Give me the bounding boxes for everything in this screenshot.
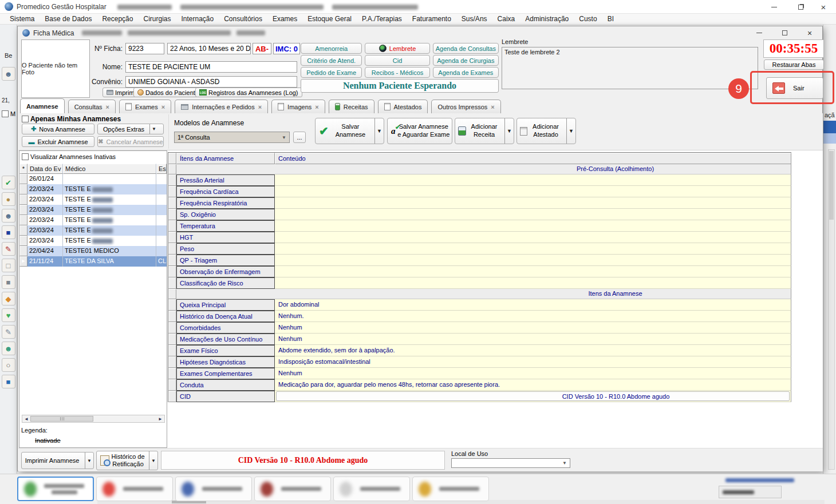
scroll-left-icon[interactable]: ◄ — [22, 416, 30, 422]
blurred-link-text[interactable] — [725, 478, 794, 482]
chevron-down-icon[interactable]: ▼ — [374, 118, 384, 144]
grid-row[interactable]: Classificação de Risco — [168, 277, 791, 289]
cid-value-box[interactable]: CID Versão 10 - R10.0 Abdome agudo — [276, 391, 790, 401]
patient-tab-icon[interactable]: ☻ — [2, 67, 15, 81]
dialog-close-button[interactable]: × — [797, 27, 822, 39]
menu-item-custo[interactable]: Custo — [574, 15, 602, 23]
tab-close-icon[interactable]: × — [491, 104, 494, 110]
grid-row[interactable]: Queixa PrincipalDor abdominal — [168, 299, 791, 311]
menu-item-faturamento[interactable]: Faturamento — [407, 15, 456, 23]
salvar-anamnese-button[interactable]: ✔Salvar Anamnese▼ — [315, 118, 384, 144]
adicionar-atestado-button[interactable]: Adicionar Atestado▼ — [516, 118, 576, 144]
blood-type-badge[interactable]: AB- — [253, 43, 271, 54]
item-content-cell[interactable] — [275, 220, 791, 232]
camera-icon[interactable]: ● — [2, 192, 15, 206]
magnifier-icon[interactable]: ○ — [2, 358, 15, 372]
grid-row[interactable]: ComorbidadesNenhum — [168, 322, 791, 334]
tab-exames[interactable]: Exames× — [119, 100, 171, 113]
window-close-button[interactable]: × — [811, 0, 836, 14]
grid-row[interactable]: HGT — [168, 232, 791, 243]
menu-item-exames[interactable]: Exames — [267, 15, 302, 23]
item-content-cell[interactable]: Abdome extendido, sem dor à apalpação. — [275, 345, 791, 356]
dialog-minimize-button[interactable] — [747, 27, 772, 39]
tab-internacoes-e-pedidos[interactable]: Internações e Pedidos× — [175, 100, 268, 113]
task-btn-4[interactable] — [254, 477, 331, 501]
item-content-cell[interactable] — [275, 243, 791, 255]
grid-row[interactable]: CondutaMedicação para dor, aguardar pelo… — [168, 379, 791, 391]
pie-chart-icon[interactable]: ◆ — [2, 292, 15, 305]
only-mine-checkbox-row[interactable]: Apenas Minhas Anamneses — [22, 115, 121, 123]
stock-check-icon[interactable]: ✔ — [2, 176, 15, 189]
background-vertical-scrollbar[interactable] — [828, 149, 835, 470]
lembrete-button[interactable]: Lembrete — [365, 43, 429, 54]
scroll-right-icon[interactable]: ► — [156, 416, 164, 422]
history-column-medico[interactable]: Médico — [63, 164, 156, 174]
item-content-cell[interactable] — [275, 255, 791, 266]
person-arrows-icon[interactable]: ☻ — [2, 342, 15, 355]
modelos-select[interactable]: 1ª Consulta▼ — [174, 132, 290, 143]
modelos-more-button[interactable]: ... — [293, 132, 306, 143]
history-row[interactable]: 22/03/24TESTE E — [19, 225, 167, 236]
item-content-cell[interactable]: Nenhum — [275, 322, 791, 334]
window-minimize-button[interactable] — [762, 0, 787, 14]
chevron-down-icon[interactable]: ▼ — [566, 118, 575, 144]
amenorreia-button[interactable]: Amenorreia — [301, 43, 362, 54]
convenio-input[interactable]: UNIMED GOIANIA - ASDASD — [125, 76, 297, 88]
tab-receitas[interactable]: Receitas — [329, 100, 374, 113]
grid-row[interactable]: Temperatura — [168, 220, 791, 232]
grid-content-column-header[interactable]: Conteúdo — [275, 153, 791, 164]
grid-row[interactable]: Frequência Respiratória — [168, 197, 791, 209]
menu-item-recepcao[interactable]: Recepção — [97, 15, 138, 23]
item-content-cell[interactable] — [275, 277, 791, 289]
imc-badge[interactable]: IMC: 0 — [273, 43, 300, 54]
chevron-down-icon[interactable]: ▼ — [85, 453, 93, 469]
item-content-cell[interactable]: Dor abdominal — [275, 299, 791, 311]
pencil-icon[interactable]: ✎ — [2, 325, 15, 339]
tab-close-icon[interactable]: × — [106, 104, 109, 110]
menu-item-caixa[interactable]: Caixa — [492, 15, 520, 23]
tab-atestados[interactable]: Atestados — [378, 100, 428, 113]
recibos-medicos-button[interactable]: Recibos - Médicos — [365, 67, 429, 78]
cancelar-anamnese-button[interactable]: ✖Cancelar Anamnese — [97, 136, 164, 147]
menu-item-sistema[interactable]: Sistema — [5, 15, 40, 23]
only-mine-checkbox[interactable] — [22, 116, 29, 122]
menu-item-p-a-terapias[interactable]: P.A./Terapias — [357, 15, 407, 23]
notepad-icon[interactable]: ✎ — [2, 242, 15, 256]
grid-row[interactable]: Sp. Oxigênio — [168, 209, 791, 220]
printer-icon[interactable]: ■ — [2, 275, 15, 289]
task-btn-2[interactable] — [96, 477, 173, 501]
registros-anamneses-button[interactable]: LOGRegistros das Anamneses (Log) — [195, 88, 302, 97]
scrollbar-thumb[interactable] — [30, 416, 93, 422]
menu-item-consultorios[interactable]: Consultórios — [219, 15, 267, 23]
dialog-maximize-button[interactable] — [772, 27, 797, 39]
item-content-cell[interactable]: Medicação para dor, aguardar pelo menos … — [275, 379, 791, 391]
tab-close-icon[interactable]: × — [315, 104, 318, 110]
history-horizontal-scrollbar[interactable]: ◄ ► — [22, 415, 165, 423]
tab-anamnese[interactable]: Anamnese — [20, 98, 65, 113]
dados-do-paciente-button[interactable]: Dados do Paciente — [133, 88, 203, 97]
agenda-de-cirurgias-button[interactable]: Agenda de Cirurgias — [433, 55, 499, 66]
tab-imagens[interactable]: Imagens× — [271, 100, 325, 113]
history-row[interactable]: 22/04/24TESTE01 MEDICO — [19, 246, 167, 256]
item-content-cell[interactable]: Nenhum — [275, 334, 791, 345]
adicionar-receita-button[interactable]: Adicionar Receita▼ — [455, 118, 514, 144]
task-btn-5[interactable] — [333, 477, 410, 501]
excluir-anamnese-button[interactable]: ▬Excluir Anamnese — [22, 136, 94, 147]
menu-item-internacao[interactable]: Internação — [176, 15, 219, 23]
grid-row[interactable]: Observação de Enfermagem — [168, 266, 791, 277]
menu-item-bi[interactable]: BI — [602, 15, 619, 23]
grid-row[interactable]: Exame FísicoAbdome extendido, sem dor à … — [168, 345, 791, 356]
history-row[interactable]: 22/03/24TESTE E — [19, 205, 167, 215]
background-checkbox[interactable] — [2, 110, 9, 117]
task-btn-1[interactable] — [17, 477, 94, 501]
tab-consultas[interactable]: Consultas× — [68, 100, 116, 113]
history-row[interactable]: ►21/11/24TESTE DA SILVACLI — [19, 256, 167, 267]
documents-icon[interactable]: □ — [2, 259, 15, 272]
grid-row[interactable]: Frequência Cardíaca — [168, 186, 791, 197]
film-icon[interactable]: ■ — [2, 225, 15, 239]
history-row[interactable]: 22/03/24TESTE E — [19, 195, 167, 205]
lembrete-textarea[interactable]: Teste de lembrete 2 — [502, 47, 758, 89]
tab-close-icon[interactable]: × — [161, 104, 165, 110]
agenda-de-exames-button[interactable]: Agenda de Exames — [433, 67, 499, 78]
chevron-down-icon[interactable]: ▼ — [149, 124, 158, 134]
